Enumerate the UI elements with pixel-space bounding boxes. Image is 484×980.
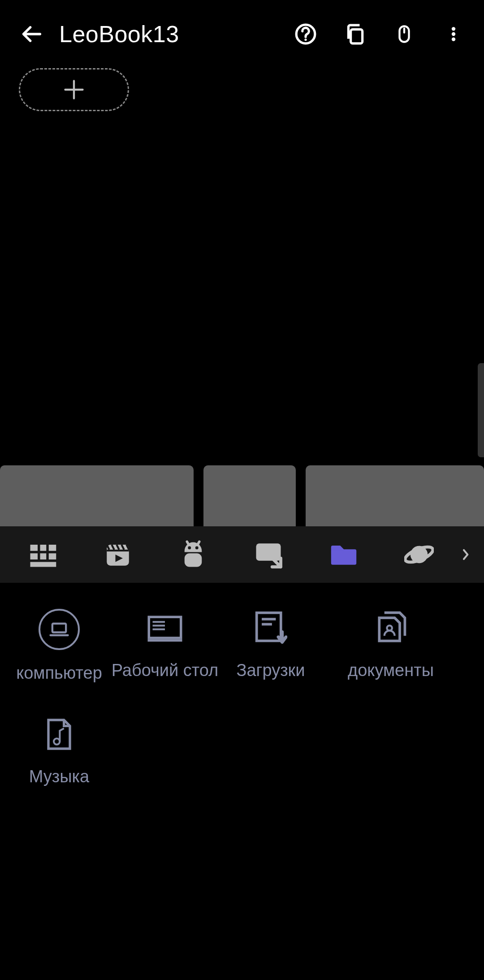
add-button[interactable] bbox=[19, 68, 129, 111]
svg-rect-26 bbox=[52, 624, 66, 633]
folder-label: компьютер bbox=[16, 663, 102, 683]
toolbar-keypad-button[interactable] bbox=[28, 540, 103, 569]
folder-downloads[interactable]: Загрузки bbox=[218, 609, 324, 683]
svg-rect-12 bbox=[40, 553, 47, 559]
toolbar-video-button[interactable] bbox=[103, 540, 178, 569]
recent-card[interactable] bbox=[0, 465, 194, 526]
toolbar-folder-button[interactable] bbox=[329, 540, 404, 569]
svg-point-1 bbox=[304, 39, 307, 41]
folder-label: Музыка bbox=[29, 767, 89, 786]
bottom-toolbar bbox=[0, 526, 484, 583]
svg-rect-14 bbox=[30, 562, 56, 567]
documents-icon bbox=[373, 610, 409, 646]
folder-documents[interactable]: документы bbox=[324, 609, 458, 683]
svg-rect-13 bbox=[49, 553, 56, 559]
folder-label: Рабочий стол bbox=[112, 661, 219, 680]
folders-grid: компьютер Рабочий стол Загрузки bbox=[0, 583, 484, 819]
help-button[interactable] bbox=[293, 22, 318, 47]
desktop-icon bbox=[146, 613, 184, 643]
svg-rect-2 bbox=[351, 30, 363, 43]
add-row bbox=[0, 63, 484, 111]
plus-icon bbox=[62, 78, 86, 101]
music-icon bbox=[45, 717, 73, 752]
svg-point-20 bbox=[188, 546, 191, 549]
svg-rect-22 bbox=[256, 543, 281, 561]
download-icon bbox=[254, 610, 287, 646]
toolbar-more-button[interactable] bbox=[457, 541, 475, 568]
recent-apps-row bbox=[0, 465, 484, 526]
svg-rect-17 bbox=[185, 553, 202, 567]
status-bar bbox=[0, 0, 484, 5]
svg-rect-9 bbox=[40, 545, 47, 551]
copy-icon bbox=[344, 23, 366, 45]
more-vert-icon bbox=[445, 23, 462, 45]
svg-point-6 bbox=[452, 32, 455, 36]
mouse-icon bbox=[395, 22, 414, 46]
copy-button[interactable] bbox=[342, 22, 367, 47]
icon-wrap bbox=[254, 609, 287, 647]
page-title: LeoBook13 bbox=[59, 21, 293, 48]
recent-card[interactable] bbox=[203, 465, 296, 526]
recent-card[interactable] bbox=[306, 465, 484, 526]
main-content-area bbox=[0, 111, 484, 465]
svg-rect-8 bbox=[30, 545, 38, 551]
folder-desktop[interactable]: Рабочий стол bbox=[112, 609, 218, 683]
back-arrow-icon bbox=[21, 22, 44, 46]
svg-rect-16 bbox=[107, 550, 129, 551]
folder-music[interactable]: Музыка bbox=[6, 715, 112, 786]
laptop-icon bbox=[48, 618, 71, 641]
scroll-handle[interactable] bbox=[478, 363, 484, 457]
folder-label: Загрузки bbox=[237, 661, 305, 680]
folder-computer[interactable]: компьютер bbox=[6, 609, 112, 683]
keypad-icon bbox=[28, 540, 57, 569]
svg-rect-23 bbox=[332, 551, 356, 554]
video-icon bbox=[103, 540, 133, 569]
display-share-icon bbox=[254, 540, 283, 569]
folder-icon bbox=[329, 540, 359, 569]
help-icon bbox=[294, 23, 317, 45]
icon-wrap bbox=[45, 715, 73, 754]
svg-rect-27 bbox=[149, 617, 181, 638]
mouse-button[interactable] bbox=[392, 22, 417, 47]
toolbar-display-share-button[interactable] bbox=[254, 540, 329, 569]
toolbar-android-button[interactable] bbox=[178, 540, 254, 569]
circle-wrap bbox=[39, 609, 80, 650]
top-actions bbox=[293, 22, 466, 47]
icon-wrap bbox=[146, 609, 184, 647]
svg-point-7 bbox=[452, 38, 455, 41]
folder-label: документы bbox=[348, 661, 434, 680]
android-icon bbox=[178, 540, 208, 569]
svg-rect-10 bbox=[49, 545, 56, 551]
top-app-bar: LeoBook13 bbox=[0, 5, 484, 63]
chevron-right-icon bbox=[462, 544, 471, 565]
svg-rect-11 bbox=[30, 553, 38, 559]
icon-wrap bbox=[373, 609, 409, 647]
svg-point-36 bbox=[54, 738, 60, 744]
back-button[interactable] bbox=[18, 20, 47, 48]
svg-point-5 bbox=[452, 27, 455, 30]
overflow-button[interactable] bbox=[441, 22, 466, 47]
planet-icon bbox=[404, 540, 434, 569]
svg-point-21 bbox=[195, 546, 199, 549]
